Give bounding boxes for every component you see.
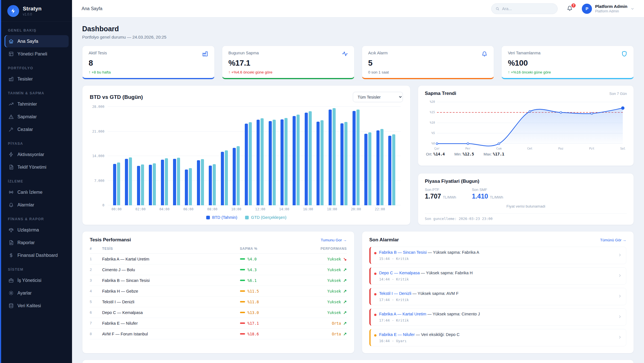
alarm-facility-link[interactable]: Fabrika A — Kartal Uretim	[379, 312, 427, 316]
sidebar-item-ayarlar[interactable]: Ayarlar	[5, 287, 69, 299]
bar-btd	[317, 122, 320, 206]
sidebar-item-tesisler[interactable]: Tesisler	[5, 73, 69, 85]
performance-card-head: Tesis Performansi Tumunu Gor →	[90, 237, 347, 243]
search-box[interactable]	[491, 3, 558, 14]
table-row-fabrika-b-sincan-tesisi[interactable]: 3Fabrika B — Sincan Tesisi%6.1Yuksek↗	[90, 275, 347, 286]
y-axis-label: 0	[90, 203, 104, 207]
performance-view-all-link[interactable]: Tumunu Gor →	[321, 238, 347, 242]
breadcrumb: Ana Sayfa	[82, 6, 102, 11]
alarm-severity-dot	[374, 314, 376, 316]
panel-icon	[8, 51, 14, 57]
alarm-facility-link[interactable]: Depo C — Kemalpasa	[379, 271, 420, 275]
bar-btd	[376, 130, 380, 205]
sidebar-item-label: Uzlaştırma	[17, 228, 39, 233]
x-axis-label	[218, 207, 230, 211]
kpi-card-bugunun-sapma: Bugunun Sapma%17.1↑ +%4.6 önceki güne gö…	[222, 46, 354, 79]
alarm-item[interactable]: Fabrika E — Nilufer — Veri eksikliği: De…	[369, 329, 627, 346]
sidebar-item-tahminler[interactable]: Tahminler	[5, 98, 69, 110]
table-row-fabrika-a-kartal-uretim[interactable]: 1Fabrika A — Kartal Uretim%4.0Yuksek↘	[90, 254, 347, 264]
brand[interactable]: Stratyn v1.0.0	[1, 0, 72, 22]
sidebar-item-teklif-yonetimi[interactable]: Teklif Yönetimi	[5, 161, 69, 173]
alarm-item[interactable]: Depo C — Kemalpasa — Yüksek sapma: Fabri…	[369, 267, 627, 285]
x-axis-label	[194, 207, 207, 211]
table-row-cimento-j-bolu[interactable]: 2Cimento J — Bolu%4.3Yuksek↗	[90, 264, 347, 275]
sidebar-item-aktivasyonlar[interactable]: Aktivasyonlar	[5, 148, 69, 161]
sidebar-item-cezalar[interactable]: Cezalar	[5, 123, 69, 135]
user-menu[interactable]: P Platform Admin Platform Admin	[582, 4, 634, 14]
sidebar-item-sapmalar[interactable]: Sapmalar	[5, 111, 69, 123]
alarms-view-all-link[interactable]: Tümünü Gör →	[600, 238, 626, 242]
sidebar-item-label: Alarmlar	[17, 202, 34, 208]
sapma-value: %13.0	[248, 310, 259, 315]
performance-cell: Yuksek↗	[299, 289, 347, 294]
performance-label: Yuksek	[327, 278, 341, 283]
sapma-cell: %13.0	[240, 310, 299, 315]
sidebar-item-ana-sayfa[interactable]: Ana Sayfa	[5, 35, 69, 47]
alarm-item[interactable]: Fabrika B — Sincan Tesisi — Yüksek sapma…	[369, 247, 627, 264]
performance-label: Yuksek	[327, 268, 341, 272]
bar-group	[147, 107, 159, 205]
bar-group	[242, 107, 254, 205]
performance-cell: Orta↗	[299, 331, 347, 337]
bar-group	[134, 107, 147, 205]
alarm-facility-link[interactable]: Tekstil I — Denizli	[379, 291, 411, 296]
sidebar-item-yonetici-paneli[interactable]: Yönetici Paneli	[5, 48, 69, 60]
sapma-cell: %11.5	[240, 289, 299, 293]
row-index: 6	[90, 310, 102, 315]
sidebar-item-veri-kalitesi[interactable]: Veri Kalitesi	[5, 300, 69, 312]
sapma-value: %11.8	[248, 300, 259, 304]
notifications-button[interactable]: 7	[566, 5, 573, 12]
bar-gtd	[177, 158, 180, 205]
sapma-level-dash	[240, 322, 245, 324]
kpi-value: 8	[89, 59, 208, 68]
user-role: Platform Admin	[595, 9, 627, 13]
alarm-item[interactable]: Tekstil I — Denizli — Yüksek sapma: AVM …	[369, 288, 627, 305]
table-row-tekstil-i-denizli[interactable]: 5Tekstil I — Denizli%11.8Yuksek↗	[90, 297, 347, 307]
ptf-value: 1.707 TL/MWh	[425, 193, 456, 200]
alarm-facility-link[interactable]: Fabrika B — Sincan Tesisi	[379, 250, 427, 255]
kpi-card-veri-tamamlanma: Veri Tamamlanma%100↑ +%16 önceki güne gö…	[501, 46, 634, 79]
alarm-item[interactable]: Fabrika A — Kartal Uretim — Yüksek sapma…	[369, 308, 627, 326]
smf-value: 1.410 TL/MWh	[472, 193, 503, 200]
table-row-fabrika-h-gebze[interactable]: 4Fabrika H — Gebze%11.5Yuksek↗	[90, 286, 347, 297]
main-content[interactable]: Dashboard Portfolyo genel durumu — 24.03…	[72, 17, 644, 363]
row-index: 2	[90, 268, 102, 272]
facility-name: Fabrika A — Kartal Uretim	[102, 257, 240, 261]
sidebar-item-alarmlar[interactable]: Alarmlar	[5, 199, 69, 211]
sapma-value: %6.1	[248, 278, 257, 283]
alarm-facility-link[interactable]: Fabrika E — Nilufer	[379, 332, 415, 337]
sidebar-item-finansal-dashboard[interactable]: Finansal Dashboard	[5, 249, 69, 261]
sidebar-item-raporlar[interactable]: Raporlar	[5, 237, 69, 249]
table-row-avm-f-forum-istanbul[interactable]: 8AVM F — Forum Istanbul%18.6Orta↗	[90, 329, 347, 339]
x-axis-label	[147, 207, 159, 211]
trend-up-icon: ↗	[343, 278, 347, 283]
bar-btd	[173, 159, 176, 205]
bar-group	[206, 107, 218, 205]
sidebar-item-is-yoneticisi[interactable]: İş Yöneticisi	[5, 274, 69, 286]
table-row-fabrika-e-nilufer[interactable]: 7Fabrika E — Nilufer%17.1Orta↗	[90, 318, 347, 329]
sidebar-item-canli-izleme[interactable]: Canlı İzleme	[5, 186, 69, 198]
x-axis-label: 16:00	[302, 207, 314, 211]
bar-btd	[113, 164, 116, 206]
sidebar-item-uzlastirma[interactable]: Uzlaştırma	[5, 224, 69, 236]
kpi-delta: 0 son 1 saat	[368, 70, 488, 74]
x-axis-label	[242, 207, 254, 211]
main-pane: Ana Sayfa 7 P Platform Admin Platform Ad…	[72, 0, 644, 363]
bar-gtd	[368, 132, 371, 205]
performance-label: Yuksek	[327, 257, 341, 261]
bar-group	[123, 107, 135, 205]
bar-group	[158, 107, 170, 205]
brand-logo-bolt-icon	[7, 5, 19, 17]
zap-icon	[8, 152, 14, 157]
facility-filter-select[interactable]: Tüm Tesisler	[353, 92, 403, 102]
column-header-: #	[90, 247, 102, 251]
bar-btd	[233, 148, 236, 205]
x-axis-label	[314, 207, 326, 211]
table-row-depo-c-kemalpasa[interactable]: 6Depo C — Kemalpasa%13.0Yuksek↗	[90, 307, 347, 318]
search-input[interactable]	[502, 6, 553, 11]
bar-btd	[197, 160, 200, 205]
sidebar-item-label: Teklif Yönetimi	[17, 165, 46, 170]
brand-version: v1.0.0	[23, 12, 42, 16]
row-index: 3	[90, 278, 102, 282]
activity-icon	[342, 51, 348, 57]
